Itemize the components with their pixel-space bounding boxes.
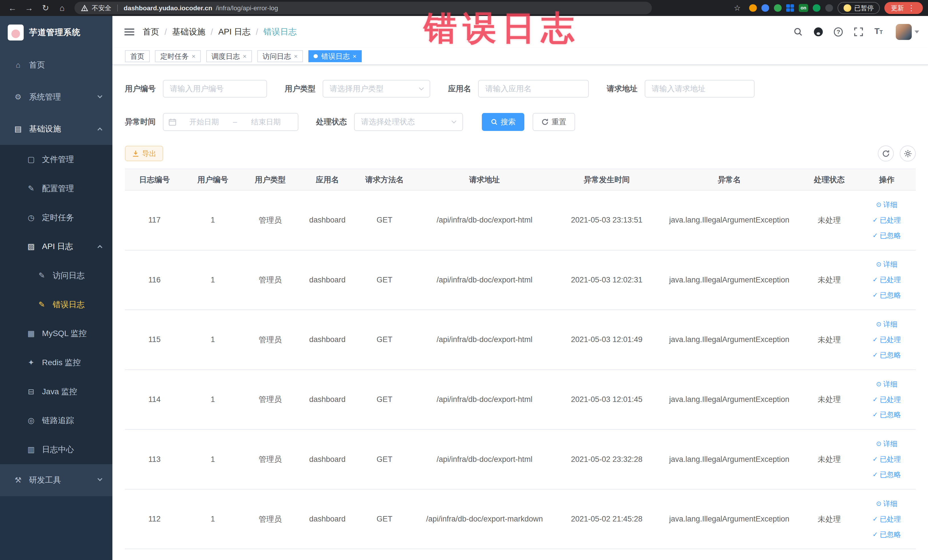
- sidebar-item-dev-tools[interactable]: ⚒ 研发工具: [0, 464, 112, 496]
- sidebar-item-config-management[interactable]: ✎ 配置管理: [0, 174, 112, 203]
- sidebar-item-log-center[interactable]: ▥ 日志中心: [0, 435, 112, 464]
- action-detail-link[interactable]: ⊙详细: [876, 257, 897, 272]
- tab-home[interactable]: 首页: [125, 50, 150, 62]
- eye-icon: ⊙: [876, 317, 882, 332]
- exception-time-range-picker[interactable]: 开始日期 – 结束日期: [163, 113, 298, 131]
- action-detail-link[interactable]: ⊙详细: [876, 197, 897, 212]
- tab-label: 调度日志: [211, 52, 240, 61]
- extension-icon-sprout[interactable]: [813, 4, 820, 12]
- extension-icon-green[interactable]: [774, 4, 781, 12]
- github-icon[interactable]: [813, 26, 824, 37]
- action-processed-link[interactable]: ✓已处理: [872, 212, 901, 228]
- extension-icon-dark[interactable]: [825, 4, 833, 12]
- close-icon[interactable]: ×: [353, 52, 356, 60]
- tab-job-log[interactable]: 调度日志 ×: [206, 50, 252, 62]
- cell-app-name: dashboard: [299, 489, 356, 549]
- action-ignored-link[interactable]: ✓已忽略: [872, 527, 901, 542]
- sidebar-item-mysql-monitor[interactable]: ▦ MySQL 监控: [0, 319, 112, 348]
- search-button[interactable]: 搜索: [482, 113, 524, 131]
- extension-icon-blue[interactable]: [762, 4, 769, 12]
- update-button[interactable]: 更新 ⋮: [884, 2, 923, 14]
- timer-icon: ◷: [26, 213, 36, 222]
- sidebar-item-api-log[interactable]: ▨ API 日志: [0, 232, 112, 261]
- refresh-button[interactable]: [878, 145, 894, 162]
- action-detail-link[interactable]: ⊙详细: [876, 436, 897, 452]
- action-detail-link[interactable]: ⊙详细: [876, 377, 897, 392]
- action-processed-link[interactable]: ✓已处理: [872, 511, 901, 527]
- gear-icon: ⚙: [13, 92, 23, 102]
- action-detail-link[interactable]: ⊙详细: [876, 496, 897, 511]
- address-bar[interactable]: 不安全 dashboard.yudao.iocoder.cn/infra/log…: [75, 2, 652, 14]
- user-menu[interactable]: [896, 24, 919, 40]
- sidebar-item-redis-monitor[interactable]: ✦ Redis 监控: [0, 348, 112, 377]
- action-ignored-link[interactable]: ✓已忽略: [872, 228, 901, 243]
- column-header-exception-time: 异常发生时间: [556, 169, 658, 190]
- process-status-select[interactable]: 请选择处理状态: [354, 113, 463, 131]
- close-icon[interactable]: ×: [294, 52, 298, 60]
- back-button[interactable]: ←: [5, 2, 20, 15]
- cell-app-name: dashboard: [299, 429, 356, 489]
- search-icon[interactable]: [793, 26, 803, 37]
- logo[interactable]: 芋道管理系统: [0, 16, 112, 49]
- search-button-label: 搜索: [501, 117, 516, 127]
- breadcrumb-api-log[interactable]: API 日志: [218, 26, 250, 38]
- reset-button[interactable]: 重置: [533, 113, 575, 131]
- font-size-icon[interactable]: TT: [873, 26, 884, 37]
- sidebar-item-java-monitor[interactable]: ⊟ Java 监控: [0, 377, 112, 406]
- close-icon[interactable]: ×: [192, 52, 195, 60]
- tab-scheduled-jobs[interactable]: 定时任务 ×: [155, 50, 200, 62]
- action-ignored-link[interactable]: ✓已忽略: [872, 348, 901, 363]
- export-button[interactable]: 导出: [125, 146, 163, 161]
- action-processed-link[interactable]: ✓已处理: [872, 332, 901, 348]
- check-icon: ✓: [872, 228, 878, 243]
- cell-user-type: 管理员: [242, 250, 299, 310]
- user-type-select[interactable]: 请选择用户类型: [323, 80, 430, 98]
- action-detail-link[interactable]: ⊙详细: [876, 317, 897, 332]
- sidebar-item-system[interactable]: ⚙ 系统管理: [0, 81, 112, 113]
- close-icon[interactable]: ×: [243, 52, 246, 60]
- extension-icon-on[interactable]: on: [799, 4, 808, 12]
- extension-icon-grid[interactable]: [786, 4, 794, 12]
- bookmark-star-icon[interactable]: ☆: [730, 2, 744, 15]
- sidebar-item-trace[interactable]: ◎ 链路追踪: [0, 406, 112, 435]
- cell-log-id: 115: [125, 310, 184, 370]
- action-ignored-link[interactable]: ✓已忽略: [872, 288, 901, 303]
- user-id-input[interactable]: [163, 80, 267, 98]
- cell-exception-name: java.lang.IllegalArgumentException: [658, 190, 801, 250]
- help-icon[interactable]: ?: [833, 26, 844, 37]
- sidebar-item-file-management[interactable]: ▢ 文件管理: [0, 145, 112, 174]
- sidebar-collapse-icon[interactable]: [124, 29, 134, 36]
- action-processed-link[interactable]: ✓已处理: [872, 272, 901, 288]
- tab-error-log[interactable]: 错误日志 ×: [308, 50, 362, 62]
- cell-status: 未处理: [801, 310, 858, 370]
- action-ignored-link[interactable]: ✓已忽略: [872, 467, 901, 482]
- sidebar-item-home[interactable]: ⌂ 首页: [0, 49, 112, 81]
- paused-badge[interactable]: 已暂停: [838, 2, 879, 14]
- sidebar-item-access-log[interactable]: ✎ 访问日志: [0, 261, 112, 290]
- cell-user-id: 1: [184, 310, 241, 370]
- cell-exception-time: 2021-05-03 12:01:49: [556, 310, 658, 370]
- app-name-input[interactable]: [478, 80, 589, 98]
- extension-icon-orange[interactable]: [749, 4, 757, 12]
- infrastructure-icon: ▤: [13, 124, 23, 134]
- column-settings-button[interactable]: [900, 145, 916, 162]
- reload-button[interactable]: ↻: [38, 2, 53, 15]
- breadcrumb-infrastructure[interactable]: 基础设施: [172, 26, 205, 38]
- sidebar-item-scheduled-jobs[interactable]: ◷ 定时任务: [0, 203, 112, 232]
- forward-button[interactable]: →: [22, 2, 36, 15]
- redis-icon: ✦: [26, 358, 36, 367]
- home-button[interactable]: ⌂: [55, 2, 69, 15]
- action-ignored-link[interactable]: ✓已忽略: [872, 407, 901, 423]
- cell-exception-name: java.lang.IllegalArgumentException: [658, 310, 801, 370]
- export-button-label: 导出: [142, 149, 156, 158]
- fullscreen-icon[interactable]: [853, 26, 864, 37]
- sidebar-item-label: MySQL 监控: [42, 328, 87, 339]
- sidebar-item-error-log[interactable]: ✎ 错误日志: [0, 290, 112, 319]
- action-processed-link[interactable]: ✓已处理: [872, 452, 901, 467]
- request-url-input[interactable]: [645, 80, 755, 98]
- breadcrumb-home[interactable]: 首页: [143, 26, 159, 38]
- action-processed-link[interactable]: ✓已处理: [872, 392, 901, 407]
- cell-user-id: 1: [184, 250, 241, 310]
- tab-access-log[interactable]: 访问日志 ×: [257, 50, 303, 62]
- sidebar-item-infrastructure[interactable]: ▤ 基础设施: [0, 113, 112, 145]
